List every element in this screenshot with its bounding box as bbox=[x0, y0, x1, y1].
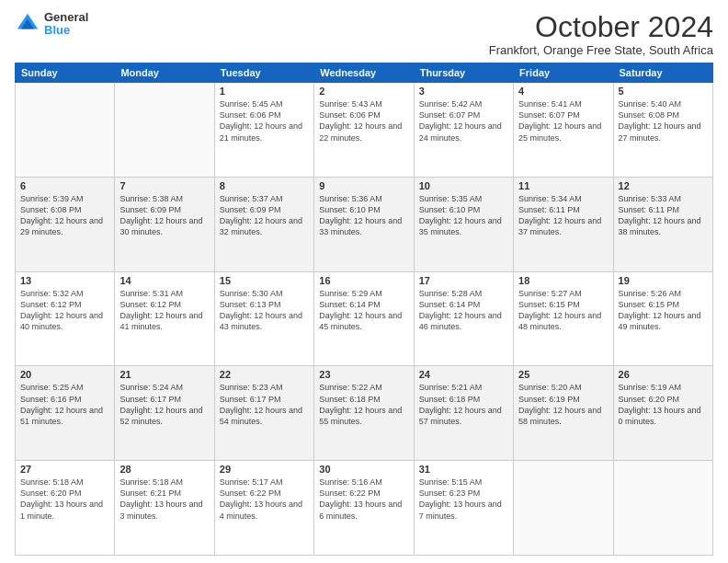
calendar-cell: 7Sunrise: 5:38 AM Sunset: 6:09 PM Daylig… bbox=[115, 177, 214, 271]
calendar-cell: 14Sunrise: 5:31 AM Sunset: 6:12 PM Dayli… bbox=[115, 271, 214, 366]
day-info: Sunrise: 5:36 AM Sunset: 6:10 PM Dayligh… bbox=[319, 193, 408, 238]
calendar-cell: 21Sunrise: 5:24 AM Sunset: 6:17 PM Dayli… bbox=[115, 366, 214, 461]
calendar-cell: 25Sunrise: 5:20 AM Sunset: 6:19 PM Dayli… bbox=[514, 366, 613, 461]
day-number: 8 bbox=[220, 180, 309, 191]
day-number: 7 bbox=[119, 180, 209, 191]
calendar-cell: 28Sunrise: 5:18 AM Sunset: 6:21 PM Dayli… bbox=[115, 461, 214, 556]
calendar-cell: 5Sunrise: 5:40 AM Sunset: 6:08 PM Daylig… bbox=[613, 83, 712, 178]
calendar-week-row: 13Sunrise: 5:32 AM Sunset: 6:12 PM Dayli… bbox=[16, 271, 713, 366]
day-number: 29 bbox=[220, 464, 309, 475]
day-number: 12 bbox=[619, 180, 708, 191]
day-number: 20 bbox=[20, 369, 109, 380]
day-info: Sunrise: 5:21 AM Sunset: 6:18 PM Dayligh… bbox=[419, 382, 508, 427]
calendar-cell: 23Sunrise: 5:22 AM Sunset: 6:18 PM Dayli… bbox=[314, 366, 414, 461]
day-info: Sunrise: 5:15 AM Sunset: 6:23 PM Dayligh… bbox=[419, 477, 508, 522]
calendar-day-header: Monday bbox=[115, 63, 214, 83]
day-number: 15 bbox=[220, 275, 309, 286]
day-info: Sunrise: 5:34 AM Sunset: 6:11 PM Dayligh… bbox=[518, 193, 608, 238]
calendar-cell bbox=[514, 461, 613, 556]
header: General Blue October 2024 Frankfort, Ora… bbox=[15, 11, 713, 57]
day-number: 25 bbox=[518, 369, 608, 380]
logo: General Blue bbox=[15, 11, 88, 38]
day-number: 21 bbox=[119, 369, 209, 380]
day-info: Sunrise: 5:38 AM Sunset: 6:09 PM Dayligh… bbox=[119, 193, 209, 238]
day-info: Sunrise: 5:39 AM Sunset: 6:08 PM Dayligh… bbox=[20, 193, 109, 238]
day-number: 13 bbox=[20, 275, 109, 286]
calendar-cell: 31Sunrise: 5:15 AM Sunset: 6:23 PM Dayli… bbox=[414, 461, 513, 556]
location: Frankfort, Orange Free State, South Afri… bbox=[489, 43, 713, 57]
calendar-cell: 13Sunrise: 5:32 AM Sunset: 6:12 PM Dayli… bbox=[16, 271, 115, 366]
calendar-cell: 22Sunrise: 5:23 AM Sunset: 6:17 PM Dayli… bbox=[214, 366, 313, 461]
calendar-cell: 9Sunrise: 5:36 AM Sunset: 6:10 PM Daylig… bbox=[314, 177, 414, 271]
day-number: 16 bbox=[319, 275, 408, 286]
day-info: Sunrise: 5:16 AM Sunset: 6:22 PM Dayligh… bbox=[319, 477, 408, 522]
day-info: Sunrise: 5:23 AM Sunset: 6:17 PM Dayligh… bbox=[220, 382, 309, 427]
calendar-cell: 11Sunrise: 5:34 AM Sunset: 6:11 PM Dayli… bbox=[514, 177, 613, 271]
calendar-day-header: Wednesday bbox=[314, 63, 414, 83]
calendar-cell: 6Sunrise: 5:39 AM Sunset: 6:08 PM Daylig… bbox=[16, 177, 115, 271]
day-info: Sunrise: 5:29 AM Sunset: 6:14 PM Dayligh… bbox=[319, 288, 408, 333]
day-info: Sunrise: 5:41 AM Sunset: 6:07 PM Dayligh… bbox=[518, 98, 608, 144]
calendar-week-row: 6Sunrise: 5:39 AM Sunset: 6:08 PM Daylig… bbox=[16, 177, 713, 271]
day-info: Sunrise: 5:32 AM Sunset: 6:12 PM Dayligh… bbox=[20, 288, 109, 333]
day-number: 31 bbox=[419, 464, 508, 475]
day-info: Sunrise: 5:37 AM Sunset: 6:09 PM Dayligh… bbox=[220, 193, 309, 238]
calendar-cell: 10Sunrise: 5:35 AM Sunset: 6:10 PM Dayli… bbox=[414, 177, 513, 271]
calendar-cell: 18Sunrise: 5:27 AM Sunset: 6:15 PM Dayli… bbox=[514, 271, 613, 366]
day-number: 11 bbox=[518, 180, 608, 191]
calendar-cell bbox=[16, 83, 115, 178]
calendar-cell: 27Sunrise: 5:18 AM Sunset: 6:20 PM Dayli… bbox=[16, 461, 115, 556]
day-number: 27 bbox=[20, 464, 109, 475]
day-number: 2 bbox=[319, 86, 408, 97]
day-info: Sunrise: 5:20 AM Sunset: 6:19 PM Dayligh… bbox=[518, 382, 608, 427]
day-info: Sunrise: 5:24 AM Sunset: 6:17 PM Dayligh… bbox=[119, 382, 209, 427]
day-number: 14 bbox=[119, 275, 209, 286]
day-number: 3 bbox=[419, 86, 508, 97]
logo-icon bbox=[15, 11, 40, 37]
calendar-cell: 15Sunrise: 5:30 AM Sunset: 6:13 PM Dayli… bbox=[214, 271, 313, 366]
day-number: 6 bbox=[20, 180, 109, 191]
day-info: Sunrise: 5:35 AM Sunset: 6:10 PM Dayligh… bbox=[419, 193, 508, 238]
day-number: 9 bbox=[319, 180, 408, 191]
day-info: Sunrise: 5:18 AM Sunset: 6:21 PM Dayligh… bbox=[119, 477, 209, 522]
day-info: Sunrise: 5:22 AM Sunset: 6:18 PM Dayligh… bbox=[319, 382, 408, 427]
calendar-cell: 20Sunrise: 5:25 AM Sunset: 6:16 PM Dayli… bbox=[16, 366, 115, 461]
day-number: 24 bbox=[419, 369, 508, 380]
logo-general: General bbox=[44, 11, 88, 24]
calendar-cell: 17Sunrise: 5:28 AM Sunset: 6:14 PM Dayli… bbox=[414, 271, 513, 366]
day-number: 26 bbox=[619, 369, 708, 380]
calendar-week-row: 27Sunrise: 5:18 AM Sunset: 6:20 PM Dayli… bbox=[16, 461, 713, 556]
page: General Blue October 2024 Frankfort, Ora… bbox=[0, 0, 728, 563]
day-info: Sunrise: 5:45 AM Sunset: 6:06 PM Dayligh… bbox=[220, 98, 309, 144]
calendar-week-row: 1Sunrise: 5:45 AM Sunset: 6:06 PM Daylig… bbox=[16, 83, 713, 178]
day-info: Sunrise: 5:18 AM Sunset: 6:20 PM Dayligh… bbox=[20, 477, 109, 522]
calendar-cell: 3Sunrise: 5:42 AM Sunset: 6:07 PM Daylig… bbox=[414, 83, 513, 178]
day-info: Sunrise: 5:31 AM Sunset: 6:12 PM Dayligh… bbox=[119, 288, 209, 333]
calendar-cell: 2Sunrise: 5:43 AM Sunset: 6:06 PM Daylig… bbox=[314, 83, 414, 178]
calendar-day-header: Sunday bbox=[16, 63, 115, 83]
day-number: 22 bbox=[220, 369, 309, 380]
calendar-table: SundayMondayTuesdayWednesdayThursdayFrid… bbox=[15, 63, 713, 556]
day-info: Sunrise: 5:27 AM Sunset: 6:15 PM Dayligh… bbox=[518, 288, 608, 333]
calendar-cell: 16Sunrise: 5:29 AM Sunset: 6:14 PM Dayli… bbox=[314, 271, 414, 366]
calendar-day-header: Tuesday bbox=[214, 63, 313, 83]
calendar-cell: 19Sunrise: 5:26 AM Sunset: 6:15 PM Dayli… bbox=[613, 271, 712, 366]
day-info: Sunrise: 5:25 AM Sunset: 6:16 PM Dayligh… bbox=[20, 382, 109, 427]
title-block: October 2024 Frankfort, Orange Free Stat… bbox=[489, 11, 713, 57]
calendar-day-header: Friday bbox=[514, 63, 613, 83]
day-info: Sunrise: 5:42 AM Sunset: 6:07 PM Dayligh… bbox=[419, 98, 508, 144]
calendar-cell: 29Sunrise: 5:17 AM Sunset: 6:22 PM Dayli… bbox=[214, 461, 313, 556]
day-info: Sunrise: 5:30 AM Sunset: 6:13 PM Dayligh… bbox=[220, 288, 309, 333]
day-number: 17 bbox=[419, 275, 508, 286]
day-number: 1 bbox=[220, 86, 309, 97]
day-info: Sunrise: 5:40 AM Sunset: 6:08 PM Dayligh… bbox=[619, 98, 708, 144]
logo-text: General Blue bbox=[44, 11, 88, 38]
calendar-cell: 12Sunrise: 5:33 AM Sunset: 6:11 PM Dayli… bbox=[613, 177, 712, 271]
day-number: 18 bbox=[518, 275, 608, 286]
calendar-cell: 8Sunrise: 5:37 AM Sunset: 6:09 PM Daylig… bbox=[214, 177, 313, 271]
calendar-cell bbox=[115, 83, 214, 178]
calendar-cell: 1Sunrise: 5:45 AM Sunset: 6:06 PM Daylig… bbox=[214, 83, 313, 178]
day-number: 5 bbox=[619, 86, 708, 97]
month-title: October 2024 bbox=[489, 11, 713, 43]
day-info: Sunrise: 5:17 AM Sunset: 6:22 PM Dayligh… bbox=[220, 477, 309, 522]
